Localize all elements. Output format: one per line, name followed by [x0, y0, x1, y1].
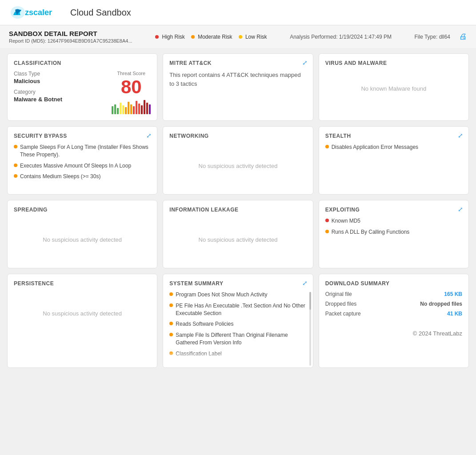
- system-summary-list: Program Does Not Show Much ActivityPE Fi…: [169, 291, 306, 358]
- mitre-text: This report contains 4 ATT&CK techniques…: [169, 71, 306, 88]
- list-item: Executes Massive Amount Of Sleeps In A L…: [14, 162, 151, 170]
- category-value: Malware & Botnet: [14, 96, 62, 103]
- category-label: Category: [14, 89, 62, 95]
- bullet-dot: [169, 333, 173, 336]
- virus-body: No known Malware found: [325, 71, 462, 106]
- exploiting-card: EXPLOITING ⤢ Known MD5Runs A DLL By Call…: [319, 200, 469, 268]
- bullet-dot: [325, 145, 329, 148]
- stealth-title: STEALTH: [325, 133, 462, 139]
- bullet-dot: [169, 303, 173, 307]
- download-summary-body: Original file165 KBDropped filesNo dropp…: [325, 291, 462, 317]
- info-leakage-card: INFORMATION LEAKAGE No suspicious activi…: [163, 200, 313, 268]
- high-risk-legend: High Risk: [155, 34, 185, 40]
- networking-no-activity: No suspicious activity detected: [199, 154, 278, 178]
- barcode-bar: [125, 107, 127, 114]
- barcode-bar: [128, 102, 129, 114]
- exploiting-list: Known MD5Runs A DLL By Calling Functions: [325, 217, 462, 236]
- bullet-dot: [14, 145, 17, 148]
- system-summary-title: SYSTEM SUMMARY: [169, 280, 306, 287]
- list-item: Program Does Not Show Much Activity: [169, 291, 306, 299]
- barcode-bar: [144, 100, 145, 114]
- report-header-left: SANDBOX DETAIL REPORT Report ID (MD5): 1…: [9, 30, 132, 44]
- spreading-title: SPREADING: [14, 207, 151, 213]
- download-value: No dropped files: [420, 301, 462, 307]
- exploiting-title: EXPLOITING: [325, 207, 462, 213]
- bullet-dot: [169, 351, 173, 355]
- list-item: Disables Application Error Messages: [325, 144, 462, 151]
- list-item: Reads Software Policies: [169, 320, 306, 328]
- mitre-expand-icon[interactable]: ⤢: [302, 59, 308, 66]
- report-header: SANDBOX DETAIL REPORT Report ID (MD5): 1…: [0, 25, 476, 48]
- stealth-expand-icon[interactable]: ⤢: [458, 132, 463, 139]
- footer-threatlab: © 2024 ThreatLabz: [325, 330, 462, 337]
- item-text: Executes Massive Amount Of Sleeps In A L…: [20, 162, 131, 170]
- classification-body: Class Type Malicious Category Malware & …: [14, 71, 151, 114]
- app-header: zscaler Cloud Sandbox: [0, 0, 476, 25]
- download-summary-card: DOWNLOAD SUMMARY Original file165 KBDrop…: [319, 274, 469, 368]
- barcode-bar: [136, 101, 137, 114]
- download-value: 41 KB: [447, 311, 462, 317]
- list-item: Contains Medium Sleeps (>= 30s): [14, 173, 151, 180]
- risk-legend: High Risk Moderate Risk Low Risk: [155, 34, 267, 40]
- exploiting-expand-icon[interactable]: ⤢: [458, 206, 463, 213]
- zscaler-logo: zscaler: [9, 4, 62, 20]
- security-bypass-list: Sample Sleeps For A Long Time (Installer…: [14, 144, 151, 180]
- item-text: Classification Label: [176, 350, 221, 358]
- download-row: Dropped filesNo dropped files: [325, 301, 462, 307]
- barcode-bar: [149, 104, 151, 114]
- threat-barcode: [112, 100, 151, 114]
- scrollbar-track[interactable]: [309, 292, 311, 366]
- bullet-dot: [14, 174, 17, 178]
- list-item: Sample File Is Different Than Original F…: [169, 331, 306, 347]
- print-icon[interactable]: 🖨: [459, 32, 467, 41]
- info-leakage-title: INFORMATION LEAKAGE: [169, 207, 306, 213]
- item-text: Contains Medium Sleeps (>= 30s): [20, 173, 100, 180]
- threat-score-value: 80: [112, 78, 151, 96]
- report-id: Report ID (MD5): 12647F9694EB9D91A7C9523…: [9, 38, 132, 44]
- class-left: Class Type Malicious Category Malware & …: [14, 71, 62, 107]
- scrollbar-thumb[interactable]: [309, 292, 311, 310]
- list-item: Sample Sleeps For A Long Time (Installer…: [14, 144, 151, 159]
- stealth-card: STEALTH ⤢ Disables Application Error Mes…: [319, 126, 469, 195]
- system-summary-body: Program Does Not Show Much ActivityPE Fi…: [169, 291, 306, 361]
- download-row: Original file165 KB: [325, 291, 462, 297]
- item-text: Sample Sleeps For A Long Time (Installer…: [20, 144, 151, 159]
- barcode-bar: [146, 103, 148, 114]
- persistence-card: PERSISTENCE No suspicious activity detec…: [7, 274, 157, 368]
- barcode-bar: [133, 106, 135, 114]
- spreading-card: SPREADING No suspicious activity detecte…: [7, 200, 157, 268]
- barcode-bar: [141, 105, 143, 114]
- classification-card: CLASSIFICATION Class Type Malicious Cate…: [7, 53, 157, 121]
- item-text: Program Does Not Show Much Activity: [176, 291, 267, 299]
- class-type-value: Malicious: [14, 78, 62, 84]
- security-bypass-title: SECURITY BYPASS: [14, 133, 151, 139]
- bullet-dot: [14, 164, 17, 167]
- moderate-risk-dot: [191, 35, 195, 39]
- networking-title: NETWORKING: [169, 133, 306, 139]
- bullet-dot: [169, 322, 173, 325]
- list-item: PE File Has An Executable .Text Section …: [169, 302, 306, 317]
- item-text: Sample File Is Different Than Original F…: [176, 331, 306, 347]
- list-item: Runs A DLL By Calling Functions: [325, 228, 462, 236]
- virus-card: VIRUS AND MALWARE No known Malware found: [319, 53, 469, 121]
- report-title: SANDBOX DETAIL REPORT: [9, 30, 132, 37]
- barcode-bar: [112, 106, 113, 114]
- barcode-bar: [138, 104, 140, 114]
- persistence-no-activity: No suspicious activity detected: [43, 301, 122, 326]
- item-text: PE File Has An Executable .Text Section …: [176, 302, 306, 317]
- class-type-label: Class Type: [14, 71, 62, 77]
- analysis-time: Analysis Performed: 1/19/2024 1:47:49 PM: [290, 34, 392, 40]
- list-item: Classification Label: [169, 350, 306, 358]
- networking-card: NETWORKING No suspicious activity detect…: [163, 126, 313, 195]
- system-summary-expand-icon[interactable]: ⤢: [302, 279, 308, 287]
- virus-title: VIRUS AND MALWARE: [325, 60, 462, 66]
- item-text: Runs A DLL By Calling Functions: [332, 228, 410, 236]
- stealth-list: Disables Application Error Messages: [325, 144, 462, 151]
- mitre-card: MITRE ATT&CK ⤢ This report contains 4 AT…: [163, 53, 313, 121]
- barcode-bar: [122, 105, 124, 114]
- security-bypass-expand-icon[interactable]: ⤢: [146, 132, 152, 139]
- moderate-risk-legend: Moderate Risk: [191, 34, 232, 40]
- system-summary-card: SYSTEM SUMMARY ⤢ Program Does Not Show M…: [163, 274, 313, 368]
- classification-title: CLASSIFICATION: [14, 60, 151, 66]
- barcode-bar: [130, 104, 132, 114]
